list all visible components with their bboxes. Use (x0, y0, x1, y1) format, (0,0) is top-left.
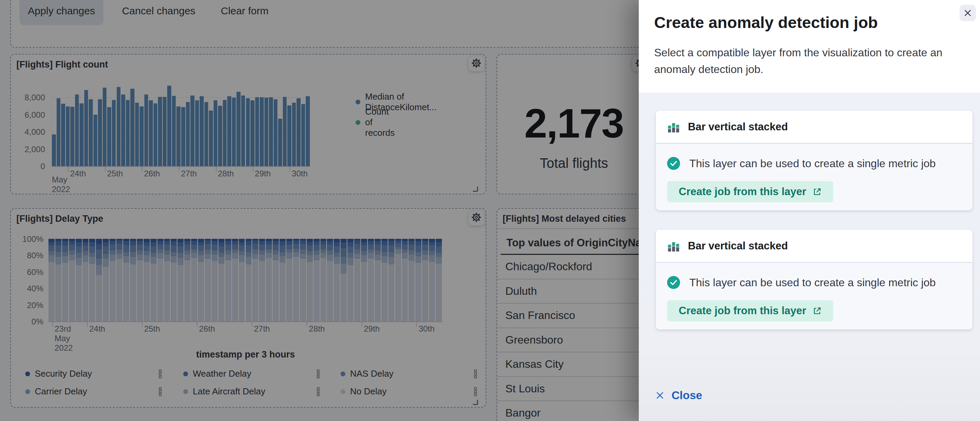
external-link-icon (813, 307, 822, 316)
close-icon (655, 391, 665, 400)
layer-status-text: This layer can be used to create a singl… (689, 276, 935, 289)
flyout-description: Select a compatible layer from the visua… (654, 44, 948, 78)
flyout-footer-close-button[interactable]: Close (655, 389, 702, 402)
layer-card-body: This layer can be used to create a singl… (656, 263, 972, 330)
layer-card-header: Bar vertical stacked (656, 111, 972, 144)
layer-status-text: This layer can be used to create a singl… (689, 157, 935, 170)
flyout-close-button[interactable] (959, 5, 976, 21)
layer-status-row: This layer can be used to create a singl… (667, 276, 935, 289)
flyout-body: Bar vertical stacked This layer can be u… (639, 93, 980, 421)
create-job-button-label: Create job from this layer (679, 305, 806, 317)
close-icon (963, 8, 972, 17)
overlay-mask[interactable] (0, 0, 639, 421)
layer-status-row: This layer can be used to create a singl… (667, 157, 935, 170)
layer-card-title: Bar vertical stacked (688, 240, 788, 252)
bar-vertical-stacked-icon (667, 239, 680, 253)
layer-card-title: Bar vertical stacked (688, 121, 788, 133)
layer-card: Bar vertical stacked This layer can be u… (656, 111, 972, 211)
create-job-button-label: Create job from this layer (679, 186, 806, 198)
create-anomaly-job-flyout: Create anomaly detection job Select a co… (639, 0, 980, 421)
bar-vertical-stacked-icon (667, 120, 680, 134)
layer-card-header: Bar vertical stacked (656, 230, 972, 263)
app-root: Apply changes Cancel changes Clear form … (0, 0, 980, 421)
check-circle-icon (667, 157, 680, 170)
layer-card-body: This layer can be used to create a singl… (656, 144, 972, 211)
create-job-button[interactable]: Create job from this layer (667, 181, 833, 202)
create-job-button[interactable]: Create job from this layer (667, 300, 833, 321)
external-link-icon (813, 187, 822, 197)
check-circle-icon (667, 276, 680, 289)
flyout-close-label: Close (671, 389, 702, 402)
layer-card: Bar vertical stacked This layer can be u… (656, 230, 972, 330)
flyout-title: Create anomaly detection job (654, 13, 878, 32)
